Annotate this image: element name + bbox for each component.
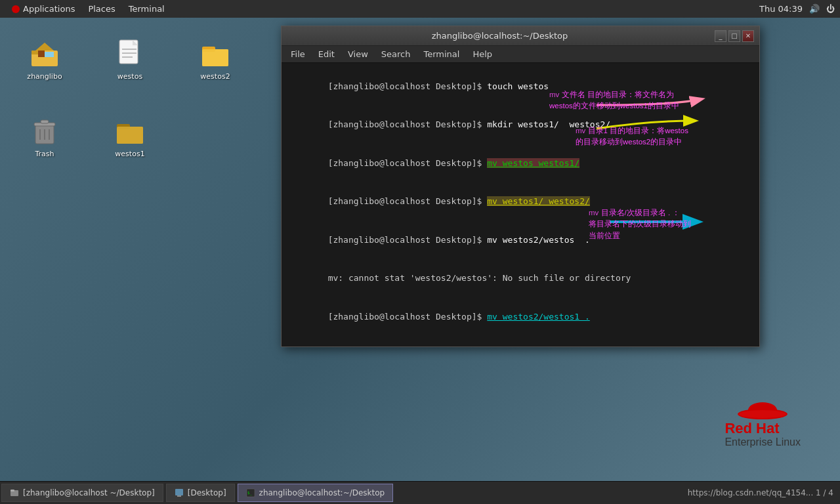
taskbar-terminal-label: zhanglibo@localhost:~/Desktop xyxy=(259,488,385,497)
close-button[interactable]: ✕ xyxy=(742,30,754,42)
terminal-taskbar-icon: $_ xyxy=(246,488,255,497)
annotation-2: mv 目录1 目的地目录：将westos的目录移动到westos2的目录中 xyxy=(576,125,759,148)
terminal-menubar: File Edit View Search Terminal Help xyxy=(282,46,759,63)
folder-icon-westos1 xyxy=(114,115,146,146)
svg-rect-27 xyxy=(10,490,14,492)
menu-view[interactable]: View xyxy=(341,48,375,60)
home-folder-icon xyxy=(29,37,60,69)
redhat-text1: Red Hat xyxy=(724,421,779,436)
menu-search[interactable]: Search xyxy=(375,48,417,60)
desktop-icon-westos1[interactable]: westos1 xyxy=(104,115,156,159)
taskbar-file-manager-label: [zhanglibo@localhost ~/Desktop] xyxy=(23,488,155,497)
desktop-icon-zhanglibo[interactable]: zhanglibo xyxy=(18,37,71,81)
svg-text:$_: $_ xyxy=(247,490,253,495)
svg-point-25 xyxy=(739,410,786,418)
terminal-titlebar: zhanglibo@localhost:~/Desktop _ □ ✕ xyxy=(282,26,759,46)
icon-label-zhanglibo: zhanglibo xyxy=(25,72,64,81)
redhat-icon xyxy=(12,5,20,13)
topbar-right: Thu 04:39 🔊 ⏻ xyxy=(759,4,835,14)
annotation-1: mv 文件名 目的地目录：将文件名为westos的文件移动到westos1的目录… xyxy=(549,89,759,112)
menu-edit[interactable]: Edit xyxy=(312,48,341,60)
svg-rect-3 xyxy=(38,51,45,57)
icon-label-westos2: westos2 xyxy=(198,72,232,81)
places-menu[interactable]: Places xyxy=(81,0,121,18)
svg-marker-2 xyxy=(35,43,54,51)
taskbar-right-text: https://blog.csdn.net/qq_4154... 1 / 4 xyxy=(688,488,833,497)
terminal-label: Terminal xyxy=(129,4,165,14)
annotation-3: mv 目录名/次级目录名 . ：将目录名下的次级目录移动到当前位置 xyxy=(589,207,759,242)
term-line-3: [zhanglibo@localhost Desktop]$ mv westos… xyxy=(287,144,754,182)
menu-terminal[interactable]: Terminal xyxy=(417,48,466,60)
svg-rect-21 xyxy=(117,127,143,144)
terminal-title: zhanglibo@localhost:~/Desktop xyxy=(287,31,713,41)
svg-rect-12 xyxy=(202,49,228,66)
file-manager-icon xyxy=(10,488,19,497)
icon-label-westos: westos xyxy=(116,72,144,81)
trash-icon xyxy=(29,115,60,146)
taskbar-file-manager[interactable]: [zhanglibo@localhost ~/Desktop] xyxy=(1,484,163,502)
volume-icon[interactable]: 🔊 xyxy=(809,4,820,14)
icon-label-westos1: westos1 xyxy=(113,149,146,159)
term-line-6: [zhanglibo@localhost Desktop]$ mv westos… xyxy=(287,297,754,336)
taskbar-desktop-label: [Desktop] xyxy=(188,488,226,497)
svg-rect-28 xyxy=(175,489,183,495)
file-icon xyxy=(114,37,146,69)
redhat-text2: Enterprise Linux xyxy=(724,436,801,448)
terminal-window: zhanglibo@localhost:~/Desktop _ □ ✕ File… xyxy=(281,26,760,347)
applications-label: Applications xyxy=(23,4,75,14)
taskbar-url: https://blog.csdn.net/qq_4154... 1 / 4 xyxy=(688,488,840,497)
terminal-body[interactable]: [zhanglibo@localhost Desktop]$ touch wes… xyxy=(282,63,759,346)
clock: Thu 04:39 xyxy=(759,4,803,14)
desktop-icon-westos2[interactable]: westos2 xyxy=(189,37,242,81)
svg-rect-15 xyxy=(41,120,49,123)
redhat-hat-svg xyxy=(736,381,789,421)
term-line-error: mv: cannot stat 'westos2/westos': No suc… xyxy=(287,259,754,298)
desktop-icon-trash[interactable]: Trash xyxy=(18,115,71,159)
menu-help[interactable]: Help xyxy=(466,48,499,60)
power-icon[interactable]: ⏻ xyxy=(826,4,835,14)
top-menubar: Applications Places Terminal Thu 04:39 🔊… xyxy=(0,0,840,18)
places-label: Places xyxy=(88,4,115,14)
applications-menu[interactable]: Applications xyxy=(5,0,81,18)
taskbar-desktop[interactable]: [Desktop] xyxy=(166,484,235,502)
taskbar: [zhanglibo@localhost ~/Desktop] [Desktop… xyxy=(0,481,840,504)
minimize-button[interactable]: _ xyxy=(715,30,726,42)
desktop-taskbar-icon xyxy=(175,488,184,497)
terminal-menu[interactable]: Terminal xyxy=(122,0,171,18)
menu-file[interactable]: File xyxy=(284,48,312,60)
desktop: zhanglibo westos westos2 xyxy=(0,18,840,481)
taskbar-terminal[interactable]: $_ zhanglibo@localhost:~/Desktop xyxy=(238,484,394,502)
folder-icon-westos2 xyxy=(200,37,231,69)
redhat-logo: Red Hat Enterprise Linux xyxy=(724,381,801,448)
icon-label-trash: Trash xyxy=(33,149,56,159)
svg-rect-29 xyxy=(177,495,181,497)
svg-rect-4 xyxy=(45,52,54,57)
term-line-7: [zhanglibo@localhost Desktop]$ mv westos… xyxy=(287,336,754,347)
desktop-icon-westos[interactable]: westos xyxy=(104,37,156,81)
maximize-button[interactable]: □ xyxy=(728,30,740,42)
